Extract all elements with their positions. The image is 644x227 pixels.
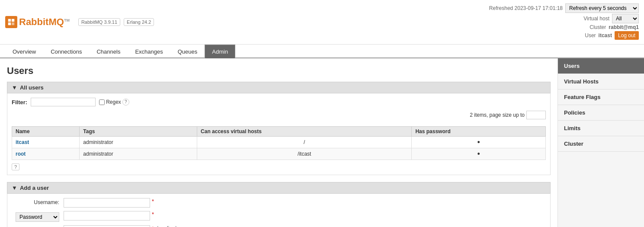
col-password: Has password	[412, 127, 546, 137]
sidebar-item-virtual-hosts[interactable]: Virtual Hosts	[558, 74, 644, 90]
user-label: User	[585, 32, 596, 38]
filter-row: Filter: Regex ?	[12, 98, 546, 106]
page-size-row: 2 items, page size up to 100	[470, 111, 546, 119]
regex-help[interactable]: ?	[122, 99, 129, 106]
virtual-host-select[interactable]: All / /itcast	[612, 14, 639, 23]
logout-button[interactable]: Log out	[615, 31, 639, 40]
all-users-section: ▼ All users Filter: Regex ? 2	[7, 82, 551, 175]
rabbitmq-version: RabbitMQ 3.9.11	[78, 18, 120, 26]
erlang-version: Erlang 24.2	[124, 18, 154, 26]
add-user-label: Add a user	[20, 185, 49, 191]
add-user-body: Username: * Password No password *	[7, 194, 551, 227]
page-title: Users	[7, 65, 551, 77]
user-vhosts-root: /itcast	[197, 148, 412, 160]
sidebar-item-feature-flags[interactable]: Feature Flags	[558, 90, 644, 105]
logo: RabbitMQTM	[5, 16, 70, 28]
all-users-body: Filter: Regex ? 2 items, page size up to…	[7, 93, 551, 175]
user-password-itcast: •	[412, 137, 546, 148]
sidebar-item-policies[interactable]: Policies	[558, 105, 644, 121]
col-vhosts: Can access virtual hosts	[197, 127, 412, 137]
add-user-section: ▼ Add a user Username: * Password No pas…	[7, 182, 551, 227]
nav: Overview Connections Channels Exchanges …	[0, 45, 644, 58]
confirm-password-input[interactable]	[64, 225, 150, 227]
table-help[interactable]: ?	[12, 163, 19, 170]
all-users-header[interactable]: ▼ All users	[7, 82, 551, 93]
confirm-label: (confirm)	[157, 225, 177, 227]
username-input[interactable]	[64, 198, 150, 208]
user-tags-root: administrator	[80, 148, 197, 160]
nav-connections[interactable]: Connections	[43, 45, 89, 58]
collapse-icon: ▼	[12, 84, 17, 91]
logo-icon	[5, 16, 17, 28]
nav-overview[interactable]: Overview	[5, 45, 43, 58]
content: Users ▼ All users Filter: Regex ?	[0, 58, 557, 227]
user-vhosts-itcast: /	[197, 137, 412, 148]
filter-input[interactable]	[31, 98, 96, 106]
nav-channels[interactable]: Channels	[89, 45, 128, 58]
sidebar-item-cluster[interactable]: Cluster	[558, 136, 644, 152]
user-name-itcast[interactable]: itcast	[12, 137, 80, 148]
regex-checkbox[interactable]	[99, 99, 105, 105]
password-type-select[interactable]: Password No password	[16, 212, 59, 222]
username-label: Username:	[12, 198, 64, 205]
add-user-header[interactable]: ▼ Add a user	[7, 182, 551, 194]
confirm-spacer	[12, 225, 64, 227]
password-required: *	[152, 211, 154, 217]
svg-rect-0	[8, 19, 11, 22]
username-row: Username: *	[12, 198, 546, 208]
col-name: Name	[12, 127, 80, 137]
user-name-root[interactable]: root	[12, 148, 80, 160]
sidebar-item-limits[interactable]: Limits	[558, 121, 644, 136]
logo-text: RabbitMQTM	[19, 16, 70, 28]
svg-rect-2	[8, 22, 11, 25]
regex-check: Regex ?	[99, 99, 129, 106]
confirm-password-row: * (confirm)	[12, 225, 546, 227]
username-required: *	[152, 198, 154, 205]
table-row: root administrator /itcast •	[12, 148, 546, 160]
password-row: Password No password *	[12, 211, 546, 222]
password-type-label: Password No password	[12, 211, 64, 222]
nav-queues[interactable]: Queues	[170, 45, 205, 58]
user-tags-itcast: administrator	[80, 137, 197, 148]
regex-label: Regex	[106, 99, 121, 105]
page-size-prefix: 2 items, page size up to	[470, 112, 525, 118]
user-password-root: •	[412, 148, 546, 160]
main: Users ▼ All users Filter: Regex ?	[0, 58, 644, 227]
filter-label: Filter:	[12, 99, 27, 106]
refresh-select[interactable]: Refresh every 5 seconds Refresh every 10…	[565, 3, 639, 13]
table-row: itcast administrator / •	[12, 137, 546, 148]
svg-rect-3	[12, 22, 14, 25]
cluster-label: Cluster	[590, 24, 606, 30]
sidebar-item-users[interactable]: Users	[558, 58, 644, 74]
cluster-value: rabbit@mq1	[609, 24, 639, 30]
sidebar: Users Virtual Hosts Feature Flags Polici…	[557, 58, 644, 227]
col-tags: Tags	[80, 127, 197, 137]
nav-exchanges[interactable]: Exchanges	[128, 45, 170, 58]
nav-admin[interactable]: Admin	[205, 45, 235, 58]
virtual-host-label: Virtual host	[583, 16, 609, 22]
password-input[interactable]	[64, 211, 150, 221]
user-value: itcast	[599, 32, 612, 38]
confirm-required: *	[152, 225, 154, 227]
refreshed-label: Refreshed 2023-09-17 17:01:18	[489, 5, 563, 11]
svg-rect-1	[12, 19, 14, 22]
page-size-input[interactable]: 100	[526, 111, 546, 119]
add-collapse-icon: ▼	[12, 185, 17, 191]
users-table: Name Tags Can access virtual hosts Has p…	[12, 126, 546, 160]
all-users-label: All users	[20, 84, 44, 91]
header-right: Refreshed 2023-09-17 17:01:18 Refresh ev…	[489, 3, 639, 41]
